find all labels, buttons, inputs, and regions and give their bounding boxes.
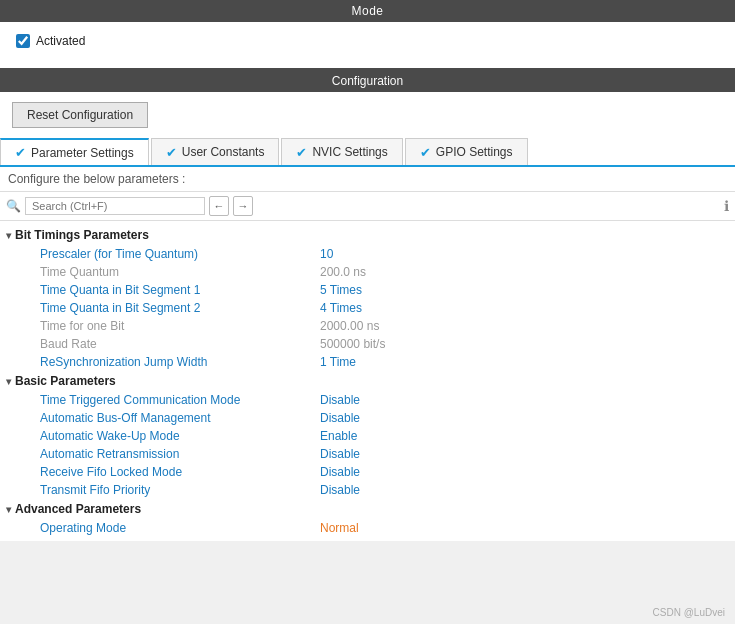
param-row-operating-mode: Operating Mode Normal (0, 519, 735, 537)
param-value-seg1[interactable]: 5 Times (320, 283, 735, 297)
activated-checkbox[interactable] (16, 34, 30, 48)
param-name-seg1: Time Quanta in Bit Segment 1 (40, 283, 320, 297)
group-basic-params-header[interactable]: ▾ Basic Parameters (0, 371, 735, 391)
mode-section: Activated (0, 22, 735, 70)
param-row-wakeup: Automatic Wake-Up Mode Enable (0, 427, 735, 445)
param-name-prescaler: Prescaler (for Time Quantum) (40, 247, 320, 261)
reset-configuration-button[interactable]: Reset Configuration (12, 102, 148, 128)
param-row-baud-rate: Baud Rate 500000 bit/s (0, 335, 735, 353)
tab-user-constants-label: User Constants (182, 145, 265, 159)
param-name-time-triggered: Time Triggered Communication Mode (40, 393, 320, 407)
tab-user-constants[interactable]: ✔ User Constants (151, 138, 280, 165)
tab-nvic-label: NVIC Settings (312, 145, 387, 159)
param-row-time-one-bit: Time for one Bit 2000.00 ns (0, 317, 735, 335)
tab-parameter-settings-icon: ✔ (15, 145, 26, 160)
param-name-wakeup: Automatic Wake-Up Mode (40, 429, 320, 443)
chevron-basic-params-icon: ▾ (6, 376, 11, 387)
param-value-baud-rate: 500000 bit/s (320, 337, 735, 351)
param-value-rx-fifo[interactable]: Disable (320, 465, 735, 479)
param-name-time-quantum: Time Quantum (40, 265, 320, 279)
param-row-tx-fifo: Transmit Fifo Priority Disable (0, 481, 735, 499)
param-value-bus-off[interactable]: Disable (320, 411, 735, 425)
group-basic-params-label: Basic Parameters (15, 374, 116, 388)
param-row-seg2: Time Quanta in Bit Segment 2 4 Times (0, 299, 735, 317)
param-value-wakeup[interactable]: Enable (320, 429, 735, 443)
param-value-seg2[interactable]: 4 Times (320, 301, 735, 315)
param-row-bus-off: Automatic Bus-Off Management Disable (0, 409, 735, 427)
param-row-prescaler: Prescaler (for Time Quantum) 10 (0, 245, 735, 263)
tab-user-constants-icon: ✔ (166, 145, 177, 160)
param-row-retransmit: Automatic Retransmission Disable (0, 445, 735, 463)
search-icon: 🔍 (6, 199, 21, 213)
tab-parameter-settings[interactable]: ✔ Parameter Settings (0, 138, 149, 165)
info-icon: ℹ (724, 198, 729, 214)
param-name-time-one-bit: Time for one Bit (40, 319, 320, 333)
param-name-retransmit: Automatic Retransmission (40, 447, 320, 461)
param-value-resync[interactable]: 1 Time (320, 355, 735, 369)
watermark: CSDN @LuDvei (653, 607, 725, 618)
group-bit-timings-label: Bit Timings Parameters (15, 228, 149, 242)
param-name-tx-fifo: Transmit Fifo Priority (40, 483, 320, 497)
tab-nvic-settings[interactable]: ✔ NVIC Settings (281, 138, 402, 165)
group-advanced-params-header[interactable]: ▾ Advanced Parameters (0, 499, 735, 519)
param-value-time-one-bit: 2000.00 ns (320, 319, 735, 333)
group-advanced-params-label: Advanced Parameters (15, 502, 141, 516)
param-row-time-quantum: Time Quantum 200.0 ns (0, 263, 735, 281)
param-row-resync: ReSynchronization Jump Width 1 Time (0, 353, 735, 371)
configuration-header: Configuration (0, 70, 735, 92)
prev-arrow-button[interactable]: ← (209, 196, 229, 216)
param-name-rx-fifo: Receive Fifo Locked Mode (40, 465, 320, 479)
param-name-resync: ReSynchronization Jump Width (40, 355, 320, 369)
search-row: 🔍 ← → ℹ (0, 192, 735, 221)
param-value-operating-mode[interactable]: Normal (320, 521, 735, 535)
activated-label: Activated (36, 34, 85, 48)
param-name-operating-mode: Operating Mode (40, 521, 320, 535)
param-row-time-triggered: Time Triggered Communication Mode Disabl… (0, 391, 735, 409)
param-name-bus-off: Automatic Bus-Off Management (40, 411, 320, 425)
tab-parameter-settings-label: Parameter Settings (31, 146, 134, 160)
mode-header: Mode (0, 0, 735, 22)
params-area: ▾ Bit Timings Parameters Prescaler (for … (0, 221, 735, 541)
param-value-time-triggered[interactable]: Disable (320, 393, 735, 407)
param-name-baud-rate: Baud Rate (40, 337, 320, 351)
param-value-prescaler[interactable]: 10 (320, 247, 735, 261)
param-row-rx-fifo: Receive Fifo Locked Mode Disable (0, 463, 735, 481)
param-value-time-quantum: 200.0 ns (320, 265, 735, 279)
configure-text: Configure the below parameters : (0, 167, 735, 192)
tabs-row: ✔ Parameter Settings ✔ User Constants ✔ … (0, 138, 735, 167)
configuration-section: Configuration Reset Configuration ✔ Para… (0, 70, 735, 541)
activated-row: Activated (16, 34, 719, 48)
group-bit-timings-header[interactable]: ▾ Bit Timings Parameters (0, 225, 735, 245)
chevron-bit-timings-icon: ▾ (6, 230, 11, 241)
reset-btn-row: Reset Configuration (0, 92, 735, 138)
tab-gpio-settings[interactable]: ✔ GPIO Settings (405, 138, 528, 165)
param-value-tx-fifo[interactable]: Disable (320, 483, 735, 497)
param-name-seg2: Time Quanta in Bit Segment 2 (40, 301, 320, 315)
tab-nvic-icon: ✔ (296, 145, 307, 160)
tab-gpio-icon: ✔ (420, 145, 431, 160)
search-input[interactable] (25, 197, 205, 215)
param-row-seg1: Time Quanta in Bit Segment 1 5 Times (0, 281, 735, 299)
tab-gpio-label: GPIO Settings (436, 145, 513, 159)
param-value-retransmit[interactable]: Disable (320, 447, 735, 461)
next-arrow-button[interactable]: → (233, 196, 253, 216)
chevron-advanced-params-icon: ▾ (6, 504, 11, 515)
